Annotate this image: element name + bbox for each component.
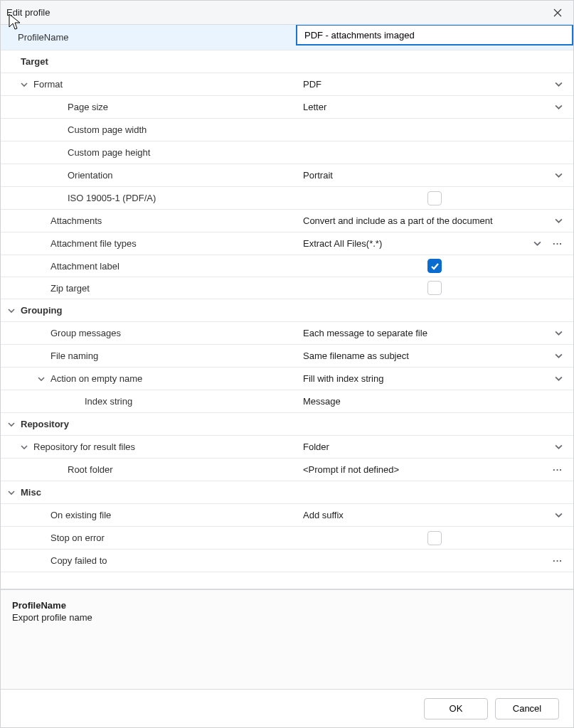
button-bar: OK Cancel <box>1 689 573 727</box>
profile-name-label: ProfileName <box>18 32 69 43</box>
iso-pdfa-checkbox[interactable] <box>427 191 442 205</box>
ellipsis-button[interactable]: ··· <box>549 238 566 249</box>
chevron-down-icon[interactable] <box>5 489 18 496</box>
dropdown-icon[interactable] <box>551 443 566 451</box>
chevron-down-icon[interactable] <box>35 375 48 382</box>
row-on-existing-file[interactable]: On existing file Add suffix <box>1 504 573 527</box>
chevron-down-icon[interactable] <box>18 444 31 451</box>
dropdown-icon[interactable] <box>551 103 566 111</box>
dropdown-icon[interactable] <box>551 329 566 337</box>
row-root-folder[interactable]: Root folder <Prompt if not defined> ··· <box>1 459 573 481</box>
dropdown-icon[interactable] <box>551 352 566 360</box>
dropdown-icon[interactable] <box>551 511 566 519</box>
row-orientation[interactable]: Orientation Portrait <box>1 164 573 187</box>
row-attachment-file-types[interactable]: Attachment file types Extract All Files(… <box>1 232 573 255</box>
description-pane: ProfileName Export profile name <box>1 589 573 689</box>
stop-on-error-checkbox[interactable] <box>427 531 442 545</box>
description-text: Export profile name <box>12 612 562 623</box>
chevron-down-icon[interactable] <box>5 307 18 314</box>
dropdown-icon[interactable] <box>529 240 545 247</box>
dropdown-icon[interactable] <box>551 171 566 179</box>
attachment-label-checkbox[interactable] <box>427 259 442 273</box>
row-profile-name[interactable]: ProfileName <box>1 25 573 50</box>
ellipsis-button[interactable]: ··· <box>549 464 566 475</box>
row-copy-failed-to[interactable]: Copy failed to ··· <box>1 550 573 572</box>
close-button[interactable] <box>545 3 570 23</box>
dropdown-icon[interactable] <box>551 217 566 225</box>
ok-button[interactable]: OK <box>424 698 488 719</box>
ellipsis-button[interactable]: ··· <box>549 555 566 566</box>
dropdown-icon[interactable] <box>551 375 566 382</box>
row-page-size[interactable]: Page size Letter <box>1 96 573 119</box>
titlebar: Edit profile <box>1 1 573 25</box>
section-repository[interactable]: Repository <box>1 413 573 436</box>
window-title: Edit profile <box>6 7 545 18</box>
row-file-naming[interactable]: File naming Same filename as subject <box>1 345 573 368</box>
profile-name-input-wrap[interactable] <box>296 25 573 46</box>
cancel-button[interactable]: Cancel <box>495 698 559 719</box>
row-repository-result-files[interactable]: Repository for result files Folder <box>1 436 573 459</box>
section-target[interactable]: Target <box>1 50 573 73</box>
row-stop-on-error[interactable]: Stop on error <box>1 527 573 550</box>
section-misc[interactable]: Misc <box>1 481 573 504</box>
close-icon <box>553 9 562 17</box>
zip-target-checkbox[interactable] <box>427 281 442 295</box>
chevron-down-icon[interactable] <box>18 81 31 88</box>
row-custom-page-width[interactable]: Custom page width <box>1 119 573 141</box>
row-format[interactable]: Format PDF <box>1 73 573 96</box>
row-index-string[interactable]: Index string Message <box>1 390 573 413</box>
row-custom-page-height[interactable]: Custom page height <box>1 141 573 164</box>
row-iso-pdfa[interactable]: ISO 19005-1 (PDF/A) <box>1 187 573 210</box>
row-zip-target[interactable]: Zip target <box>1 277 573 299</box>
description-title: ProfileName <box>12 600 562 611</box>
profile-name-input[interactable] <box>303 29 566 41</box>
property-grid: ProfileName Target Format PDF Page size … <box>1 25 573 589</box>
row-action-on-empty-name[interactable]: Action on empty name Fill with index str… <box>1 368 573 390</box>
section-grouping[interactable]: Grouping <box>1 299 573 322</box>
row-group-messages[interactable]: Group messages Each message to separate … <box>1 322 573 345</box>
dropdown-icon[interactable] <box>551 80 566 88</box>
row-attachments[interactable]: Attachments Convert and include as a par… <box>1 210 573 232</box>
chevron-down-icon[interactable] <box>5 421 18 428</box>
row-attachment-label[interactable]: Attachment label <box>1 255 573 277</box>
